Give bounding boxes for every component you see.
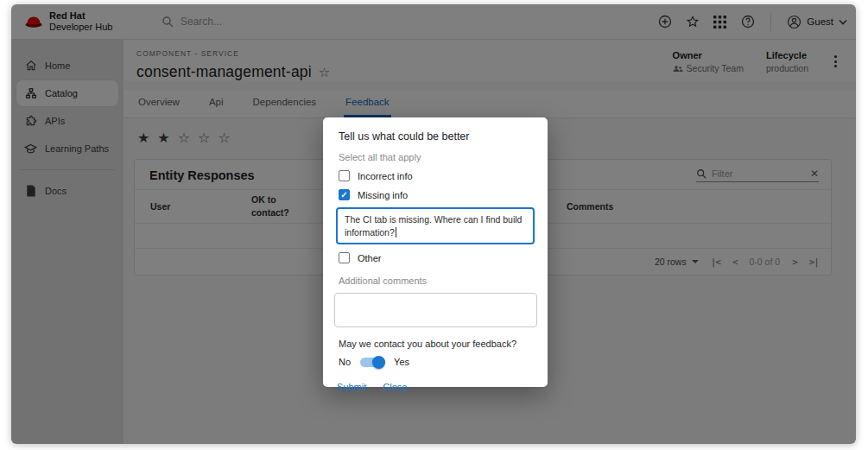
- checkbox-icon[interactable]: [339, 170, 350, 181]
- submit-button[interactable]: Submit: [337, 382, 366, 392]
- additional-comments-label: Additional comments: [339, 276, 534, 286]
- modal-subtitle: Select all that apply: [339, 152, 534, 162]
- checkbox-missing-info[interactable]: Missing info: [339, 189, 534, 200]
- feedback-textarea[interactable]: The CI tab is missing. Where can I find …: [336, 207, 535, 244]
- contact-question: May we contact you about your feedback?: [339, 339, 534, 349]
- checkbox-icon[interactable]: [339, 189, 350, 200]
- app-window: Red Hat Developer Hub Search...: [11, 4, 856, 444]
- close-button[interactable]: Close: [383, 382, 407, 392]
- feedback-modal: Tell us what could be better Select all …: [323, 117, 548, 387]
- toggle-off-label: No: [339, 357, 351, 367]
- toggle-on-label: Yes: [394, 357, 409, 367]
- feedback-text: The CI tab is missing. Where can I find …: [345, 214, 522, 238]
- checkbox-incorrect-info[interactable]: Incorrect info: [339, 170, 534, 181]
- additional-comments-textarea[interactable]: [334, 293, 537, 327]
- checkbox-label: Missing info: [358, 190, 408, 200]
- checkbox-other[interactable]: Other: [339, 252, 534, 263]
- checkbox-label: Incorrect info: [358, 171, 413, 181]
- checkbox-icon[interactable]: [339, 252, 350, 263]
- modal-title: Tell us what could be better: [339, 130, 534, 143]
- contact-toggle[interactable]: [360, 358, 384, 367]
- checkbox-label: Other: [358, 253, 382, 263]
